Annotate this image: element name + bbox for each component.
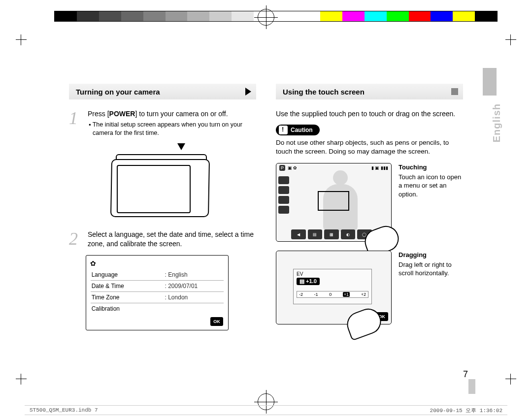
table-row: Time Zone: London (91, 292, 224, 303)
dragging-row: EV ▤ +1.0 -2 -1 0 +1 +2 OK Dragg (276, 251, 463, 324)
step-bullet: ▪ The initial setup screen appears when … (88, 121, 256, 137)
registration-mark-top (258, 9, 274, 26)
section-title: Turning on your camera (76, 88, 160, 96)
crop-mark (16, 34, 27, 45)
print-footer: ST500_QSM_EUR3.indb 7 2009-09-15 오후 1:36… (25, 405, 507, 415)
column-turning-on: Turning on your camera 1 Press [POWER] t… (69, 84, 256, 333)
flash-icon (278, 176, 289, 184)
end-square-icon (451, 88, 458, 95)
printer-color-strip (54, 11, 498, 22)
touch-screenshot-dragging: EV ▤ +1.0 -2 -1 0 +1 +2 OK (276, 251, 392, 324)
table-row: Language: English (91, 269, 224, 281)
dragging-caption: Dragging Drag left or right to scroll ho… (399, 251, 463, 324)
crop-mark (505, 374, 516, 385)
left-toolbar[interactable] (278, 176, 290, 216)
section-title: Using the touch screen (283, 88, 365, 96)
side-tab (483, 68, 497, 96)
section-header-touch: Using the touch screen (276, 84, 463, 99)
step-number: 2 (69, 230, 83, 249)
crop-mark (505, 34, 516, 45)
mode-icon: P (279, 165, 285, 171)
section-header-turning-on: Turning on your camera (69, 84, 256, 99)
table-row: Date & Time: 2009/07/01 (91, 281, 224, 292)
step-2: 2 Select a language, set the date and ti… (69, 230, 256, 249)
warning-icon (279, 126, 288, 134)
intro-text: Use the supplied touch pen to touch or d… (276, 109, 463, 119)
page-number: 7 (463, 369, 468, 380)
ev-scale[interactable]: -2 -1 0 +1 +2 (297, 291, 368, 298)
stylus-hand-icon (343, 305, 385, 341)
face-icon (278, 196, 289, 204)
ok-button[interactable]: OK (210, 317, 223, 326)
arrow-icon (245, 88, 251, 96)
focus-frame (318, 191, 349, 211)
step-text: Press [POWER] to turn your camera on or … (88, 109, 256, 137)
column-touch-screen: Using the touch screen Use the supplied … (276, 84, 463, 333)
footer-file: ST500_QSM_EUR3.indb 7 (30, 407, 98, 413)
touching-caption: Touching Touch an icon to open a menu or… (399, 163, 463, 242)
ev-panel: EV ▤ +1.0 -2 -1 0 +1 +2 (293, 269, 372, 304)
table-row: Calibration (91, 303, 224, 315)
settings-screenshot: ✿ Language: English Date & Time: 2009/07… (86, 255, 229, 330)
display-icon (278, 206, 289, 214)
step-text: Select a language, set the date and time… (88, 230, 256, 249)
crop-mark (16, 374, 27, 385)
touching-row: P ▣ ✿ ▮ ▣ ▮▮▮ ◀▤▦◐◯MENU Touching Touc (276, 163, 463, 242)
power-arrow-icon (177, 143, 185, 150)
caution-badge: Caution (276, 125, 320, 135)
touch-screenshot-touching: P ▣ ✿ ▮ ▣ ▮▮▮ ◀▤▦◐◯MENU (276, 163, 392, 242)
settings-table: Language: English Date & Time: 2009/07/0… (91, 269, 224, 314)
af-icon (278, 186, 289, 194)
side-language-label: English (491, 103, 502, 142)
camera-illustration (106, 146, 219, 220)
step-number: 1 (69, 109, 83, 137)
footer-timestamp: 2009-09-15 오후 1:36:02 (430, 407, 502, 414)
page-tab-marker (468, 379, 475, 394)
step-1: 1 Press [POWER] to turn your camera on o… (69, 109, 256, 137)
caution-text: Do not use other sharp objects, such as … (276, 138, 463, 156)
ev-value: ▤ +1.0 (297, 278, 320, 285)
gear-icon: ✿ (86, 258, 228, 269)
